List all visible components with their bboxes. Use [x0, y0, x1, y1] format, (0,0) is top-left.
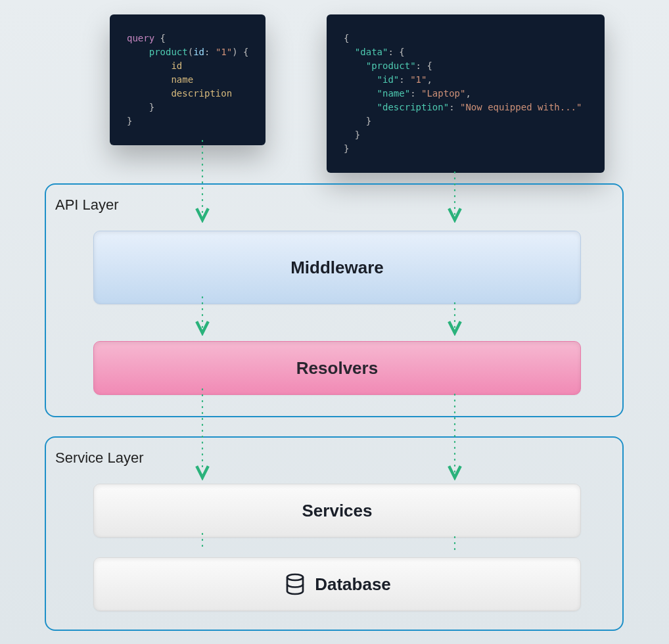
database-label: Database: [315, 574, 391, 595]
query-code-content: query { product(id: "1") { id name descr…: [127, 32, 248, 128]
middleware-label: Middleware: [290, 258, 384, 278]
resolvers-label: Resolvers: [296, 358, 378, 379]
database-bar: Database: [93, 557, 581, 611]
query-code-box: query { product(id: "1") { id name descr…: [110, 14, 265, 145]
svg-point-0: [287, 574, 303, 580]
service-layer-title: Service Layer: [55, 449, 600, 467]
response-code-content: { "data": { "product": { "id": "1", "nam…: [344, 32, 588, 156]
response-code-box: { "data": { "product": { "id": "1", "nam…: [327, 14, 605, 173]
middleware-bar: Middleware: [93, 231, 581, 304]
api-layer-title: API Layer: [55, 196, 600, 214]
api-layer-box: API Layer Middleware Resolvers: [45, 183, 624, 417]
database-icon: [283, 572, 307, 596]
service-layer-box: Service Layer Services Database: [45, 436, 624, 631]
services-bar: Services: [93, 484, 581, 538]
resolvers-bar: Resolvers: [93, 341, 581, 395]
services-label: Services: [302, 501, 373, 521]
